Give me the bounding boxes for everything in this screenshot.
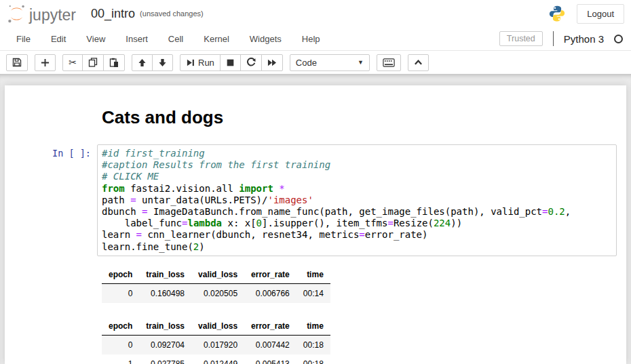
code-line: learn.fine_tune(2): [102, 241, 612, 253]
stop-icon: [226, 58, 235, 67]
copy-cell-button[interactable]: [82, 54, 104, 71]
cell-outputs: epochtrain_lossvalid_losserror_ratetime0…: [102, 266, 626, 364]
notebook-toolbar: ✂: [0, 51, 631, 74]
arrow-down-icon: [158, 58, 167, 67]
notebook-container: Cats and dogs In [ ]: #id first_training…: [0, 74, 631, 364]
menu-bar: FileEditViewInsertCellKernelWidgetsHelp …: [0, 27, 631, 51]
notebook-header: jupyter 00_intro (unsaved changes) Logou…: [0, 0, 631, 27]
table-cell: 0: [102, 335, 139, 355]
table-cell: 0.006766: [244, 283, 297, 303]
run-button[interactable]: Run: [180, 54, 221, 71]
menu-item-view[interactable]: View: [76, 28, 115, 50]
chevron-up-icon: [414, 58, 423, 66]
table-cell: 0.005413: [244, 355, 297, 364]
menu-item-edit[interactable]: Edit: [41, 28, 76, 50]
training-results-table: epochtrain_lossvalid_losserror_ratetime0…: [102, 317, 626, 364]
menu-item-cell[interactable]: Cell: [158, 28, 193, 50]
jupyter-notebook-app: jupyter 00_intro (unsaved changes) Logou…: [0, 0, 631, 364]
menu-item-insert[interactable]: Insert: [115, 28, 158, 50]
table-cell: 0.092704: [139, 335, 191, 355]
cell-type-select[interactable]: Code ▼: [290, 54, 370, 71]
move-cell-up-button[interactable]: [132, 54, 153, 71]
table-cell: 0.012449: [191, 355, 244, 364]
menu-item-help[interactable]: Help: [292, 28, 330, 50]
column-header: valid_loss: [191, 317, 244, 336]
fast-forward-icon: [267, 58, 277, 67]
table-cell: 0.160498: [139, 283, 191, 303]
restart-kernel-button[interactable]: [240, 54, 262, 71]
table-cell: 1: [102, 355, 139, 364]
column-header: train_loss: [139, 266, 191, 284]
arrow-up-icon: [138, 58, 147, 67]
code-line: #caption Results from the first training: [102, 159, 612, 171]
markdown-heading: Cats and dogs: [102, 107, 617, 128]
restart-run-all-button[interactable]: [261, 54, 283, 71]
code-line: # CLICK ME: [102, 171, 612, 182]
column-header: error_rate: [244, 317, 297, 336]
notebook-title[interactable]: 00_intro: [91, 7, 135, 21]
column-header: epoch: [102, 317, 139, 336]
table-cell: 0.027785: [139, 355, 191, 364]
jupyter-logo[interactable]: jupyter: [7, 4, 76, 24]
refresh-icon: [246, 58, 256, 67]
notebook-page[interactable]: Cats and dogs In [ ]: #id first_training…: [5, 85, 626, 364]
code-line: dbunch = ImageDataBunch.from_name_func(p…: [102, 206, 612, 218]
menu-items: FileEditViewInsertCellKernelWidgetsHelp: [6, 28, 330, 50]
chevron-up-button[interactable]: [408, 54, 429, 71]
table-cell: 00:18: [297, 335, 330, 355]
move-cell-down-button[interactable]: [152, 54, 173, 71]
kernel-separator: [553, 31, 554, 46]
paste-cell-button[interactable]: [103, 54, 125, 71]
python-logo-icon: [548, 5, 566, 22]
code-line: learn = cnn_learner(dbunch, resnet34, me…: [102, 229, 612, 241]
column-header: time: [297, 317, 330, 336]
logout-button[interactable]: Logout: [577, 4, 624, 24]
scissors-icon: ✂: [69, 58, 77, 67]
column-header: error_rate: [244, 266, 297, 284]
table-cell: 00:14: [297, 283, 330, 303]
code-line: #id first_training: [102, 148, 612, 159]
table-cell: 0.017920: [191, 335, 244, 355]
plus-icon: [41, 58, 50, 67]
code-cell[interactable]: In [ ]: #id first_training#caption Resul…: [5, 144, 626, 256]
table-cell: 0: [102, 283, 139, 303]
code-line: label_func=lambda x: x[0].isupper(), ite…: [102, 218, 612, 229]
input-prompt: In [ ]:: [5, 144, 97, 256]
keyboard-icon: [383, 58, 395, 67]
menu-item-file[interactable]: File: [6, 28, 41, 50]
training-results-table: epochtrain_lossvalid_losserror_ratetime0…: [102, 266, 626, 303]
kernel-name: Python 3: [564, 33, 604, 45]
column-header: train_loss: [139, 317, 191, 336]
column-header: time: [297, 266, 330, 284]
kernel-idle-icon: [614, 35, 623, 43]
run-button-label: Run: [198, 58, 214, 68]
table-row: 10.0277850.0124490.00541300:18: [102, 355, 330, 364]
table-cell: 00:18: [297, 355, 330, 364]
copy-icon: [88, 58, 98, 67]
step-forward-icon: [186, 58, 195, 67]
table-cell: 0.007442: [244, 335, 297, 355]
trusted-badge[interactable]: Trusted: [499, 31, 543, 46]
column-header: valid_loss: [191, 266, 244, 284]
add-cell-button[interactable]: [35, 54, 56, 71]
paste-icon: [109, 58, 119, 67]
code-line: from fastai2.vision.all import *: [102, 183, 612, 195]
save-button[interactable]: [6, 54, 28, 71]
command-palette-button[interactable]: [377, 54, 401, 71]
autosave-status: (unsaved changes): [140, 9, 204, 18]
cut-cell-button[interactable]: ✂: [62, 54, 83, 71]
code-editor[interactable]: #id first_training#caption Results from …: [97, 144, 617, 256]
jupyter-logo-icon: [7, 4, 26, 24]
menu-item-widgets[interactable]: Widgets: [240, 28, 292, 50]
cell-type-value: Code: [296, 58, 317, 68]
jupyter-logo-text: jupyter: [29, 6, 76, 24]
save-icon: [12, 58, 22, 67]
chevron-down-icon: ▼: [358, 59, 364, 66]
menu-item-kernel[interactable]: Kernel: [193, 28, 240, 50]
header-right: Logout: [548, 4, 624, 24]
menubar-right: Trusted Python 3: [499, 31, 631, 46]
column-header: epoch: [102, 266, 139, 284]
table-row: 00.0927040.0179200.00744200:18: [102, 335, 330, 355]
code-line: path = untar_data(URLs.PETS)/'images': [102, 195, 612, 206]
stop-button[interactable]: [220, 54, 241, 71]
